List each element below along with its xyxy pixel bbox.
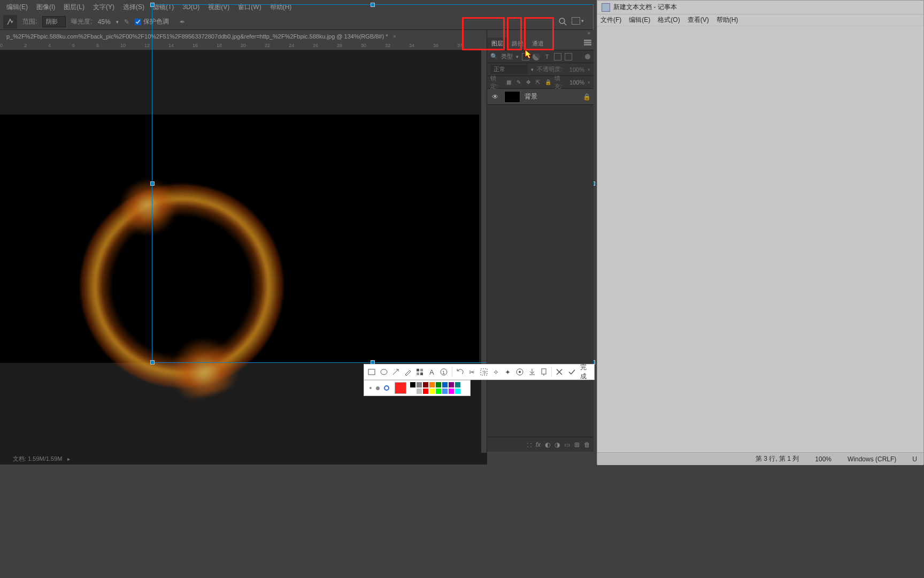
- download-icon[interactable]: [527, 367, 536, 377]
- color-swatch[interactable]: [455, 382, 461, 388]
- panel-menu-icon[interactable]: [584, 40, 591, 41]
- lock-position-icon[interactable]: ✥: [525, 79, 532, 86]
- mask-icon[interactable]: ◐: [545, 441, 550, 448]
- visibility-icon[interactable]: 👁: [490, 93, 500, 101]
- lock-brush-icon[interactable]: ✎: [515, 79, 521, 86]
- document-tab[interactable]: p_%2F%2Fbpic.588ku.com%2Fback_pic%2F00%2…: [3, 32, 399, 41]
- filter-smart-icon[interactable]: [565, 53, 572, 60]
- rect-tool-icon[interactable]: [367, 367, 376, 377]
- filter-kind-label[interactable]: 类型: [501, 52, 513, 60]
- lock-transparent-icon[interactable]: ▦: [505, 79, 512, 86]
- menu-help[interactable]: 帮助(H): [266, 1, 296, 14]
- airbrush-icon[interactable]: ✎: [124, 18, 129, 26]
- confirm-icon[interactable]: [567, 367, 576, 377]
- layer-thumbnail[interactable]: [504, 91, 520, 103]
- caret-icon[interactable]: ▾: [116, 19, 119, 25]
- color-swatch[interactable]: [442, 382, 448, 388]
- color-swatch[interactable]: [455, 388, 461, 394]
- menu-select[interactable]: 选择(S): [119, 1, 149, 14]
- new-layer-icon[interactable]: ⊞: [574, 441, 580, 448]
- size-small[interactable]: [369, 387, 372, 389]
- menu-image[interactable]: 图像(I): [32, 1, 59, 14]
- color-swatch[interactable]: [422, 388, 429, 394]
- adjustment-icon[interactable]: ◑: [555, 441, 560, 448]
- ellipse-tool-icon[interactable]: [380, 367, 389, 377]
- filter-type-icon[interactable]: T: [543, 54, 551, 60]
- record-icon[interactable]: [515, 367, 525, 377]
- delete-layer-icon[interactable]: 🗑: [584, 441, 590, 448]
- filter-search-icon[interactable]: 🔍: [490, 53, 498, 60]
- color-swatch[interactable]: [435, 382, 442, 388]
- workspace-layout-icon[interactable]: ▾: [572, 17, 584, 25]
- color-swatch[interactable]: [410, 388, 416, 394]
- close-tab-icon[interactable]: ×: [393, 33, 396, 40]
- np-menu-view[interactable]: 查看(V): [688, 16, 709, 25]
- menu-view[interactable]: 视图(V): [204, 1, 234, 14]
- menu-edit[interactable]: 编辑(E): [2, 1, 32, 14]
- link-layers-icon[interactable]: ⸬: [527, 441, 532, 448]
- menu-type[interactable]: 文字(Y): [89, 1, 119, 14]
- color-swatch[interactable]: [442, 388, 448, 394]
- color-swatch[interactable]: [448, 388, 455, 394]
- fx-icon[interactable]: fx: [536, 441, 541, 448]
- menu-window[interactable]: 窗口(W): [234, 1, 265, 14]
- notepad-text-area[interactable]: [597, 26, 923, 452]
- size-medium[interactable]: [376, 386, 380, 390]
- color-swatch[interactable]: [429, 388, 435, 394]
- filter-shape-icon[interactable]: [554, 53, 561, 60]
- opacity-value[interactable]: 100%: [569, 66, 584, 73]
- canvas-area[interactable]: [0, 50, 481, 457]
- cancel-icon[interactable]: [555, 367, 564, 377]
- tab-layers[interactable]: 图层: [487, 37, 507, 50]
- tab-channels[interactable]: 通道: [528, 37, 548, 50]
- scissors-icon[interactable]: ✂: [467, 367, 476, 377]
- menu-layer[interactable]: 图层(L): [59, 1, 89, 14]
- np-menu-edit[interactable]: 编辑(E): [629, 16, 650, 25]
- exposure-value[interactable]: 45%: [98, 18, 111, 26]
- done-label[interactable]: 完成: [580, 363, 591, 381]
- lock-artboard-icon[interactable]: ⇱: [535, 79, 541, 86]
- blend-mode-select[interactable]: 正常: [490, 65, 528, 74]
- arrow-tool-icon[interactable]: [391, 367, 401, 377]
- tab-paths[interactable]: 路径: [507, 37, 528, 50]
- protect-tones-checkbox[interactable]: 保护色调: [135, 17, 169, 26]
- mosaic-tool-icon[interactable]: [415, 367, 425, 377]
- doc-size-readout[interactable]: 文档: 1.59M/1.59M: [13, 455, 62, 463]
- undo-icon[interactable]: [455, 367, 464, 377]
- filter-toggle-icon[interactable]: [585, 54, 590, 59]
- panel-collapse-icon[interactable]: »: [487, 30, 594, 37]
- group-icon[interactable]: ▭: [564, 441, 570, 448]
- search-icon[interactable]: [558, 17, 567, 27]
- pressure-icon[interactable]: ✒: [180, 18, 185, 26]
- translate-icon[interactable]: ✧: [491, 367, 500, 377]
- color-swatch[interactable]: [435, 388, 442, 394]
- np-menu-file[interactable]: 文件(F): [600, 16, 621, 25]
- pin-icon[interactable]: [540, 367, 549, 377]
- np-menu-help[interactable]: 帮助(H): [717, 16, 738, 25]
- layer-name[interactable]: 背景: [525, 92, 537, 101]
- color-swatch[interactable]: [422, 382, 429, 388]
- current-color-swatch[interactable]: [395, 382, 406, 394]
- status-flyout-icon[interactable]: ▸: [67, 456, 70, 462]
- pencil-tool-icon[interactable]: [404, 367, 413, 377]
- protect-tones-input[interactable]: [135, 19, 141, 25]
- size-large[interactable]: [384, 385, 389, 391]
- filter-adjust-icon[interactable]: [533, 53, 540, 60]
- layers-empty-area[interactable]: [487, 105, 594, 437]
- scan-icon[interactable]: ✦: [503, 367, 512, 377]
- layer-lock-icon[interactable]: 🔒: [583, 93, 590, 101]
- color-swatch[interactable]: [416, 388, 422, 394]
- range-select[interactable]: 阴影: [42, 16, 66, 27]
- np-menu-format[interactable]: 格式(O): [658, 16, 680, 25]
- menu-filter[interactable]: 滤镜(T): [149, 1, 178, 14]
- color-swatch[interactable]: [416, 382, 422, 388]
- color-swatch[interactable]: [429, 382, 435, 388]
- notepad-titlebar[interactable]: 新建文本文档 - 记事本: [597, 1, 923, 14]
- number-tool-icon[interactable]: 1: [440, 367, 449, 377]
- menu-3d[interactable]: 3D(D): [178, 1, 204, 13]
- current-tool-icon[interactable]: [3, 15, 17, 29]
- ocr-icon[interactable]: 字: [479, 367, 488, 377]
- fill-value[interactable]: 100%: [569, 79, 584, 86]
- text-tool-icon[interactable]: A: [428, 367, 437, 377]
- layer-background-row[interactable]: 👁 背景 🔒: [487, 89, 594, 105]
